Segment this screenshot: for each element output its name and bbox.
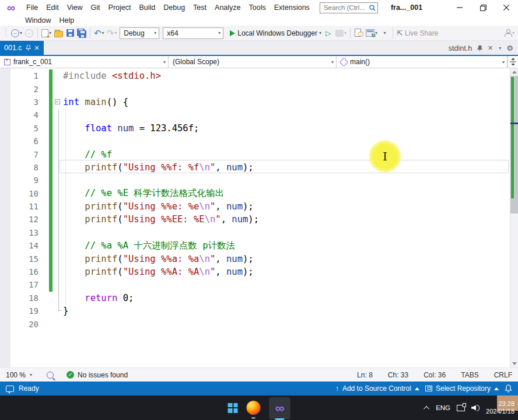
menu-edit[interactable]: Edit [42, 2, 63, 13]
restore-button[interactable] [471, 0, 495, 15]
network-icon[interactable] [457, 405, 465, 411]
notifications-bell-icon[interactable] [505, 384, 512, 393]
scroll-up-arrow-icon[interactable] [512, 71, 517, 74]
firefox-taskbar-icon[interactable] [245, 396, 262, 420]
save-button-toolbar[interactable] [64, 27, 76, 40]
code-line[interactable]: 16 printf("Using %%A: %A\n", num); [0, 265, 518, 278]
preview-tab-close-icon[interactable]: ✕ [488, 45, 493, 51]
vertical-scrollbar[interactable] [510, 68, 518, 368]
tab-close-icon[interactable]: ✕ [34, 45, 40, 51]
undo-button[interactable]: ↶▾ [93, 27, 106, 40]
code-line[interactable]: 6 [0, 135, 518, 148]
open-file-button[interactable] [52, 27, 64, 40]
menu-test[interactable]: Test [189, 2, 211, 13]
menu-tools[interactable]: Tools [245, 2, 270, 13]
function-dropdown[interactable]: main() ▾ [337, 56, 508, 68]
search-input[interactable]: Search (Ctrl... [320, 2, 378, 13]
save-all-button[interactable] [76, 27, 88, 40]
attach-to-process-button[interactable]: ▾ [365, 27, 379, 40]
feedback-bubble-icon[interactable] [6, 386, 14, 392]
line-ending-indicator[interactable]: CRLF [494, 371, 512, 379]
add-to-source-control-button[interactable]: ↑ Add to Source Control [335, 384, 419, 393]
menu-project[interactable]: Project [104, 2, 135, 13]
character-indicator[interactable]: Ch: 33 [388, 371, 408, 379]
new-file-button[interactable]: ▾ [40, 27, 52, 40]
menu-git[interactable]: Git [87, 2, 104, 13]
tab-list-chevron-icon[interactable]: ▾ [499, 46, 501, 51]
start-debugging-button[interactable]: Local Windows Debugger ▾ [225, 27, 323, 40]
code-line[interactable]: 12 printf("Using %%EE: %E\n", num); [0, 213, 518, 226]
column-indicator[interactable]: Col: 36 [424, 371, 446, 379]
code-line[interactable]: 15 printf("Using %%a: %a\n", num); [0, 252, 518, 265]
line-indicator[interactable]: Ln: 8 [357, 371, 373, 379]
volume-icon[interactable] [471, 405, 480, 411]
code-line[interactable]: 5 float num = 123.456f; [0, 122, 518, 135]
code-line[interactable]: 17 [0, 278, 518, 291]
code-line[interactable]: 7 // %f [0, 148, 518, 160]
code-line[interactable]: 3−int main() { [0, 96, 518, 108]
repository-icon [425, 386, 432, 391]
change-bar [49, 304, 52, 317]
tab-001c[interactable]: 001.c ✕ [0, 41, 44, 55]
code-line[interactable]: 18 return 0; [0, 292, 518, 304]
find-in-files-button[interactable] [353, 27, 365, 40]
toolbar-overflow-button[interactable]: ▾ [379, 27, 390, 40]
menu-view[interactable]: View [63, 2, 87, 13]
project-name: frank_c_001 [13, 58, 52, 66]
pin-icon[interactable] [26, 45, 31, 51]
split-window-button[interactable] [508, 56, 518, 68]
code-line[interactable]: 13 [0, 226, 518, 239]
live-share-button[interactable]: ⇱ Live Share [396, 27, 442, 40]
code-line[interactable]: 14 // %a %A 十六进制浮点数 p计数法 [0, 239, 518, 252]
collapse-region-icon[interactable]: − [55, 99, 60, 104]
code-line[interactable]: 1#include <stdio.h> [0, 69, 518, 82]
code-line[interactable]: 8 printf("Using %%f: %f\n", num); [0, 161, 518, 174]
menu-debug[interactable]: Debug [159, 2, 189, 13]
navigate-magnifier-icon[interactable] [47, 372, 54, 379]
feedback-button[interactable]: ▾ [503, 27, 516, 40]
start-without-debugging-button[interactable]: ▷ [323, 27, 334, 40]
tab-stdinth[interactable]: stdint.h [449, 44, 472, 52]
code-text: return 0; [62, 293, 134, 303]
navigate-forward-button[interactable]: → [23, 27, 35, 40]
code-line[interactable]: 2 [0, 82, 518, 95]
tray-chevron-up-icon[interactable] [424, 405, 429, 411]
tabs-indicator[interactable]: TABS [461, 371, 478, 379]
line-number: 4 [0, 110, 41, 120]
gear-icon[interactable]: ⚙ [506, 44, 513, 52]
menu-analyze[interactable]: Analyze [211, 2, 244, 13]
line-number: 6 [0, 136, 41, 146]
debug-target-button[interactable]: ▾ [334, 27, 348, 40]
solution-platform-select[interactable]: x64▾ [163, 27, 223, 39]
start-button-icon[interactable] [228, 403, 238, 413]
project-dropdown[interactable]: frank_c_001 ▾ [0, 56, 169, 68]
solution-configuration-select[interactable]: Debug▾ [120, 27, 159, 39]
menu-window[interactable]: Window [21, 15, 55, 26]
menu-extensions[interactable]: Extensions [270, 2, 314, 13]
code-line[interactable]: 20 [0, 317, 518, 330]
code-line[interactable]: 11 printf("Using %%e: %e\n", num); [0, 200, 518, 213]
clock[interactable]: 23:28 2024/1/18 [486, 400, 516, 415]
up-arrow-icon: ↑ [335, 384, 339, 393]
code-line[interactable]: 4 [0, 108, 518, 121]
toolbar-grip[interactable] [5, 29, 8, 38]
zoom-select[interactable]: 100 %▾ [6, 371, 42, 379]
menu-help[interactable]: Help [55, 15, 78, 26]
code-editor[interactable]: 1#include <stdio.h>23−int main() {45 flo… [0, 68, 518, 368]
scope-dropdown[interactable]: (Global Scope) ▾ [169, 56, 337, 68]
minimize-button[interactable] [448, 0, 471, 15]
language-indicator[interactable]: ENG [436, 404, 450, 411]
select-repository-button[interactable]: Select Repository [425, 384, 499, 393]
visual-studio-taskbar-icon[interactable]: ∞ [270, 397, 290, 419]
code-line[interactable]: 9 [0, 174, 518, 187]
code-line[interactable]: 10 // %e %E 科学计数法格式化输出 [0, 187, 518, 200]
close-button[interactable] [495, 0, 518, 15]
pin-icon-preview[interactable] [477, 46, 482, 51]
menu-build[interactable]: Build [135, 2, 159, 13]
issues-status[interactable]: No issues found [78, 371, 128, 379]
menu-file[interactable]: File [22, 2, 42, 13]
scroll-down-arrow-icon[interactable] [512, 362, 517, 365]
redo-button[interactable]: ↷▾ [106, 27, 118, 40]
navigate-backward-button[interactable]: ←▾ [10, 27, 23, 40]
code-line[interactable]: 19} [0, 304, 518, 317]
